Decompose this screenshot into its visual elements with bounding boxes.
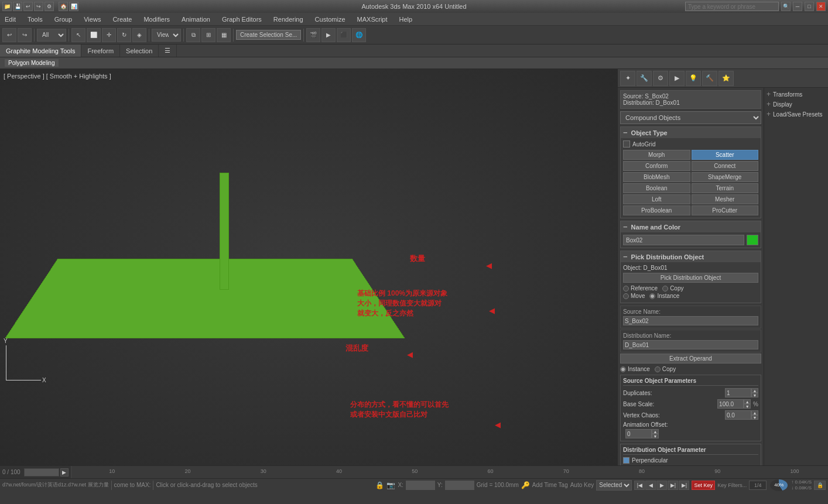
transforms-expand-icon[interactable]: + [767, 90, 771, 98]
radio-instance-ec-btn[interactable] [620, 366, 626, 372]
frame-expand-btn[interactable]: ▶ [60, 468, 69, 476]
mesher-btn[interactable]: Mesher [692, 194, 759, 204]
color-swatch[interactable] [747, 235, 758, 245]
load-save-label[interactable]: Load/Save Presets [773, 111, 823, 118]
create-selection-set-button[interactable]: Create Selection Se... [236, 30, 301, 40]
redo-icon[interactable]: ↪ [34, 2, 43, 11]
graphite-tab-freeform[interactable]: Freeform [81, 44, 120, 57]
menu-rendering[interactable]: Rendering [271, 15, 306, 24]
panel-icon-utilities[interactable]: 🔨 [702, 71, 717, 86]
play-btn[interactable]: ▶ [656, 481, 667, 490]
autogrid-checkbox[interactable] [623, 140, 630, 148]
redo-toolbar-btn[interactable]: ↪ [18, 28, 32, 42]
timeline-ruler[interactable]: 10 20 30 40 50 60 70 80 90 100 [71, 466, 828, 478]
radio-instance[interactable]: Instance [649, 293, 679, 299]
auto-key-select[interactable]: Selected [596, 480, 632, 491]
key-filters-btn[interactable]: Key Filters... [717, 482, 747, 488]
environment-btn[interactable]: 🌐 [352, 28, 366, 42]
set-key-btn[interactable]: Set Key [692, 481, 715, 490]
base-scale-down-btn[interactable]: ▼ [744, 404, 751, 409]
undo-icon[interactable]: ↩ [23, 2, 33, 11]
vertex-chaos-input[interactable] [725, 410, 751, 420]
go-end-btn[interactable]: ▶| [679, 481, 689, 490]
loft-btn[interactable]: Loft [623, 194, 690, 204]
graphite-tab-modeling[interactable]: Graphite Modeling Tools [0, 44, 81, 57]
name-input[interactable] [623, 235, 744, 245]
menu-tools[interactable]: Tools [25, 15, 45, 24]
frame-slider[interactable] [24, 468, 59, 476]
morph-btn[interactable]: Morph [623, 150, 690, 160]
prev-frame-btn[interactable]: ◀ [645, 481, 656, 490]
blobmesh-btn[interactable]: BlobMesh [623, 172, 690, 182]
compound-objects-dropdown[interactable]: Compound Objects [620, 111, 761, 124]
radio-copy-btn[interactable] [662, 286, 668, 292]
source-name-input[interactable] [623, 316, 758, 325]
base-scale-input[interactable] [717, 399, 744, 409]
duplicates-input[interactable] [725, 388, 751, 397]
menu-modifiers[interactable]: Modifiers [141, 15, 172, 24]
menu-create[interactable]: Create [110, 15, 134, 24]
add-time-tag[interactable]: Add Time Tag [532, 482, 568, 488]
viewport[interactable]: [ Perspective ] [ Smooth + Highlights ] … [0, 69, 617, 465]
boolean-btn[interactable]: Boolean [623, 183, 690, 193]
pick-distribution-button[interactable]: Pick Distribution Object [623, 273, 758, 283]
mirror-btn[interactable]: ⧉ [186, 28, 200, 42]
panel-icon-display[interactable]: 💡 [686, 71, 701, 86]
layer-btn[interactable]: ▦ [217, 28, 231, 42]
select-btn[interactable]: ↖ [71, 28, 85, 42]
folder-icon[interactable]: 📁 [2, 2, 12, 11]
conform-btn[interactable]: Conform [623, 161, 690, 171]
perpendicular-checkbox[interactable] [623, 457, 629, 464]
panel-icon-hierarchy[interactable]: ⚙ [653, 71, 668, 86]
radio-reference-btn[interactable] [623, 286, 629, 292]
animation-offset-down-btn[interactable]: ▼ [652, 434, 659, 438]
panel-icon-create[interactable]: ✦ [620, 71, 635, 86]
menu-edit[interactable]: Edit [2, 15, 18, 24]
shapemerge-btn[interactable]: ShapeMerge [692, 172, 759, 182]
extract-operand-button[interactable]: Extract Operand [620, 354, 761, 364]
close-icon[interactable]: ✕ [816, 2, 826, 11]
filter-dropdown[interactable]: All [37, 29, 66, 42]
radio-instance-btn[interactable] [649, 293, 655, 299]
render-btn[interactable]: ▶ [321, 28, 336, 42]
graph-icon[interactable]: 📊 [69, 2, 78, 11]
pick-dist-collapse[interactable]: − [623, 252, 628, 261]
graphite-tab-options[interactable]: ☰ [159, 44, 177, 57]
radio-copy-ec[interactable]: Copy [655, 366, 676, 372]
select-region-btn[interactable]: ⬜ [87, 28, 101, 42]
name-color-collapse[interactable]: − [623, 222, 628, 231]
menu-views[interactable]: Views [81, 15, 103, 24]
procutter-btn[interactable]: ProCutter [692, 205, 759, 215]
menu-customize[interactable]: Customize [313, 15, 348, 24]
load-save-expand-icon[interactable]: + [767, 110, 771, 118]
x-coord-input[interactable] [406, 481, 435, 490]
radio-move-btn[interactable] [623, 293, 629, 299]
radio-copy-ec-btn[interactable] [655, 366, 661, 372]
proboolean-btn[interactable]: ProBoolean [623, 205, 690, 215]
align-btn[interactable]: ⊞ [201, 28, 215, 42]
display-label[interactable]: Display [773, 101, 792, 108]
graphite-tab-selection[interactable]: Selection [120, 44, 159, 57]
minimize-icon[interactable]: ─ [793, 2, 802, 11]
maximize-icon[interactable]: □ [805, 2, 814, 11]
select-move-btn[interactable]: ✛ [102, 28, 116, 42]
terrain-btn[interactable]: Terrain [692, 183, 759, 193]
animation-offset-up-btn[interactable]: ▲ [652, 429, 659, 434]
nav-icon[interactable]: 🏠 [59, 2, 68, 11]
panel-icon-modify[interactable]: 🔧 [637, 71, 652, 86]
connect-btn[interactable]: Connect [692, 161, 759, 171]
vertex-chaos-down-btn[interactable]: ▼ [751, 415, 758, 420]
duplicates-up-btn[interactable]: ▲ [751, 388, 758, 393]
display-expand-icon[interactable]: + [767, 100, 771, 108]
radio-copy[interactable]: Copy [662, 285, 683, 292]
menu-animation[interactable]: Animation [179, 15, 213, 24]
base-scale-up-btn[interactable]: ▲ [744, 399, 751, 404]
panel-icon-motion[interactable]: ▶ [669, 71, 685, 86]
duplicates-down-btn[interactable]: ▼ [751, 393, 758, 397]
poly-tab-label[interactable]: Polygon Modeling [5, 59, 59, 67]
animation-offset-input[interactable] [625, 429, 652, 438]
radio-move[interactable]: Move [623, 293, 645, 299]
view-dropdown[interactable]: View [152, 29, 181, 42]
settings-icon[interactable]: ⚙ [45, 2, 54, 11]
distribution-name-input[interactable] [623, 340, 758, 349]
